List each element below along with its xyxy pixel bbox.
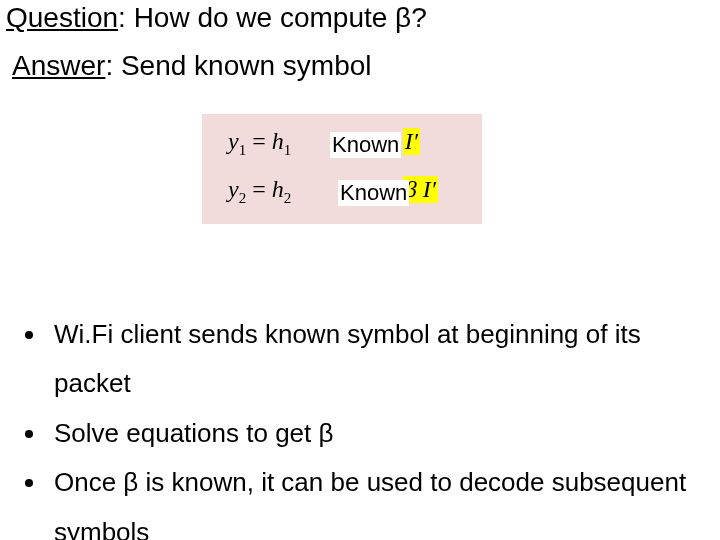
question-line: Question: How do we compute β? — [6, 2, 427, 34]
answer-label: Answer — [12, 50, 105, 81]
eq1-hsub: 1 — [284, 142, 292, 158]
list-item: Once β is known, it can be used to decod… — [48, 458, 698, 540]
answer-line: Answer: Send known symbol — [12, 50, 372, 82]
eq2-hsub: 2 — [284, 190, 292, 206]
list-item: Wi.Fi client sends known symbol at begin… — [48, 310, 698, 409]
slide: Question: How do we compute β? Answer: S… — [0, 0, 720, 540]
known-label-2: Known — [338, 180, 409, 206]
eq1-y: y — [228, 128, 239, 154]
eq1-h: h — [272, 128, 284, 154]
eq2-ysub: 2 — [239, 190, 247, 206]
eq2-eq: = — [252, 176, 272, 202]
equation-box: y1 = h1 + I′ y2 = h2 + β I′ Known Known — [202, 114, 482, 224]
list-item: Solve equations to get β — [48, 409, 698, 458]
answer-text: : Send known symbol — [105, 50, 371, 81]
bullet-list: Wi.Fi client sends known symbol at begin… — [18, 310, 698, 540]
eq1-ysub: 1 — [239, 142, 247, 158]
question-label: Question — [6, 2, 118, 33]
question-text: : How do we compute β? — [118, 2, 427, 33]
eq2-h: h — [272, 176, 284, 202]
eq1-eq: = — [252, 128, 272, 154]
known-label-1: Known — [330, 132, 401, 158]
eq2-y: y — [228, 176, 239, 202]
eq1-interference-hl: I′ — [403, 128, 420, 155]
